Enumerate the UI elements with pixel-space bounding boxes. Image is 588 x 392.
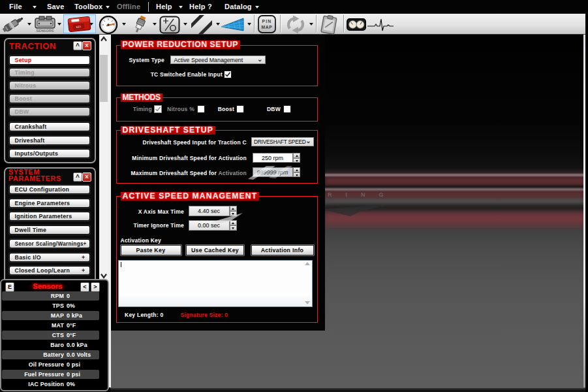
svg-text:EFI: EFI <box>76 25 81 29</box>
svg-text:MAP: MAP <box>262 25 273 29</box>
svg-text:SENSORS: SENSORS <box>37 29 54 33</box>
svg-text:PIN: PIN <box>262 19 272 24</box>
